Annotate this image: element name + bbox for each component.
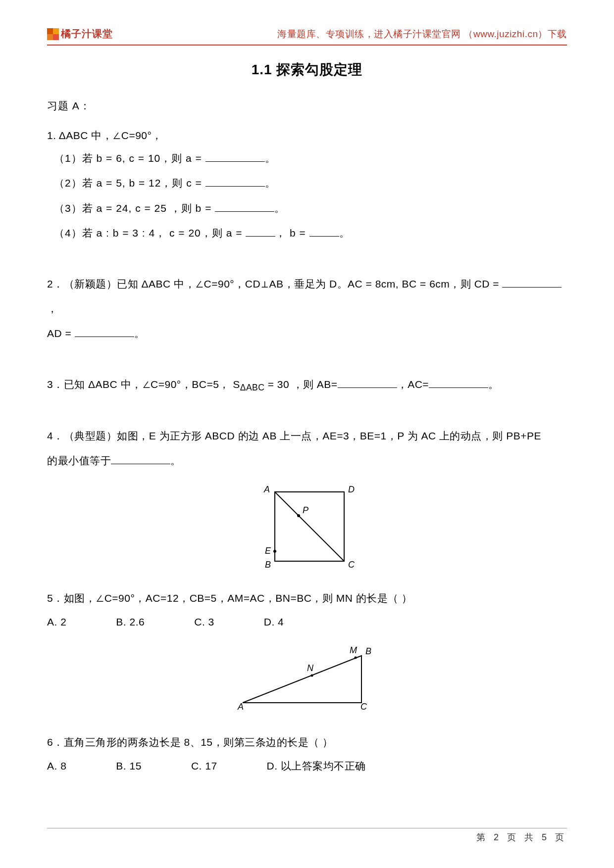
q5-optA: A. 2: [47, 612, 66, 632]
q2-line2-pre: AD =: [47, 328, 75, 339]
label-A: A: [237, 702, 244, 712]
figure-q4: A D E B C P: [47, 484, 567, 576]
page-title: 1.1 探索勾股定理: [47, 60, 567, 79]
q5-stem: 5．如图，∠C=90°，AC=12，CB=5，AM=AC，BN=BC，则 MN …: [47, 588, 567, 609]
q6-optA: A. 8: [47, 756, 66, 776]
q3-mid1: = 30 ，则 AB=: [264, 379, 337, 390]
q1-stem: 1. ΔABC 中，∠C=90°，: [47, 125, 567, 146]
blank: [338, 378, 397, 388]
q2-pre: 2．（新颖题）已知 ΔABC 中，∠C=90°，CD⊥AB，垂足为 D。AC =…: [47, 278, 502, 289]
blank: [429, 378, 488, 388]
q1-part1: （1）若 b = 6, c = 10，则 a = 。: [54, 146, 567, 171]
q6-optD: D. 以上答案均不正确: [267, 756, 366, 776]
q4-line2-pre: 的最小值等于: [47, 455, 111, 466]
q1-p3-pre: （3）若 a = 24, c = 25 ，则 b =: [54, 202, 215, 214]
q5-optB: B. 2.6: [116, 612, 145, 632]
question-6: 6．直角三角形的两条边长是 8、15，则第三条边的长是（ ） A. 8 B. 1…: [47, 732, 567, 776]
blank: [215, 201, 274, 212]
page-number: 第 2 页 共 5 页: [476, 831, 567, 843]
q6-optC: C. 17: [191, 756, 217, 776]
brand: 橘子汁课堂: [47, 27, 113, 41]
question-1: 1. ΔABC 中，∠C=90°， （1）若 b = 6, c = 10，则 a…: [47, 125, 567, 246]
q1-p3-post: 。: [274, 202, 285, 214]
q5-optD: D. 4: [264, 612, 284, 632]
label-C: C: [348, 560, 355, 570]
svg-point-6: [355, 656, 357, 659]
q1-p2-pre: （2）若 a = 5, b = 12，则 c =: [54, 177, 205, 189]
q6-stem: 6．直角三角形的两条边长是 8、15，则第三条边的长是（ ）: [47, 732, 567, 753]
q1-p1-post: 。: [265, 152, 276, 164]
q1-p1-pre: （1）若 b = 6, c = 10，则 a =: [54, 152, 205, 164]
blank: [246, 226, 275, 237]
page: 橘子汁课堂 海量题库、专项训练，进入橘子汁课堂官网 （www.juzizhi.c…: [0, 0, 614, 868]
header-promo: 海量题库、专项训练，进入橘子汁课堂官网 （www.juzizhi.cn）下载: [277, 28, 567, 41]
figure-q4-svg: A D E B C P: [255, 484, 359, 574]
figure-q5-svg: A C B M N: [228, 643, 386, 713]
q6-options: A. 8 B. 15 C. 17 D. 以上答案均不正确: [47, 756, 567, 776]
figure-q5: A C B M N: [47, 643, 567, 715]
label-M: M: [350, 645, 357, 655]
section-label: 习题 A：: [47, 99, 567, 113]
label-N: N: [307, 663, 314, 673]
q1-p2-post: 。: [265, 177, 276, 189]
q5-optC: C. 3: [194, 612, 214, 632]
brand-name: 橘子汁课堂: [61, 27, 113, 41]
svg-point-2: [273, 550, 276, 553]
q2-line2-post: 。: [134, 328, 145, 339]
q1-part2: （2）若 a = 5, b = 12，则 c = 。: [54, 171, 567, 195]
brand-icon: [47, 28, 59, 40]
label-C: C: [360, 702, 367, 712]
q1-part3: （3）若 a = 24, c = 25 ，则 b = 。: [54, 196, 567, 221]
q4-line1: 4．（典型题）如图，E 为正方形 ABCD 的边 AB 上一点，AE=3，BE=…: [47, 430, 541, 441]
label-A: A: [263, 484, 270, 494]
label-E: E: [265, 546, 271, 556]
question-4: 4．（典型题）如图，E 为正方形 ABCD 的边 AB 上一点，AE=3，BE=…: [47, 424, 567, 474]
blank: [205, 176, 265, 187]
header: 橘子汁课堂 海量题库、专项训练，进入橘子汁课堂官网 （www.juzizhi.c…: [47, 27, 567, 46]
q1-p4-mid: ， b =: [275, 227, 309, 239]
svg-point-3: [297, 514, 300, 517]
svg-line-1: [275, 492, 344, 561]
q3-pre: 3．已知 ΔABC 中，∠C=90°，BC=5， S: [47, 379, 240, 390]
q3-sub: ΔABC: [240, 383, 265, 392]
q1-part4: （4）若 a : b = 3 : 4， c = 20，则 a = ， b = 。: [54, 221, 567, 245]
blank: [502, 277, 562, 288]
blank: [309, 226, 339, 237]
q4-line2-post: 。: [170, 455, 181, 466]
blank: [205, 151, 265, 162]
q3-post: 。: [488, 379, 499, 390]
label-B: B: [365, 646, 371, 656]
question-3: 3．已知 ΔABC 中，∠C=90°，BC=5， SΔABC = 30 ，则 A…: [47, 372, 567, 398]
blank: [75, 327, 134, 337]
svg-point-5: [311, 674, 313, 676]
q1-p4-post: 。: [339, 227, 350, 239]
label-D: D: [348, 484, 355, 494]
label-B: B: [265, 560, 271, 570]
question-5: 5．如图，∠C=90°，AC=12，CB=5，AM=AC，BN=BC，则 MN …: [47, 588, 567, 632]
question-2: 2．（新颖题）已知 ΔABC 中，∠C=90°，CD⊥AB，垂足为 D。AC =…: [47, 272, 567, 346]
q3-mid2: ，AC=: [397, 379, 429, 390]
q1-p4-pre: （4）若 a : b = 3 : 4， c = 20，则 a =: [54, 227, 246, 239]
q2-mid: ，: [47, 303, 58, 314]
label-P: P: [303, 505, 308, 515]
blank: [111, 454, 170, 464]
footer-rule: [47, 828, 567, 828]
q6-optB: B. 15: [116, 756, 142, 776]
svg-marker-4: [243, 656, 361, 703]
q5-options: A. 2 B. 2.6 C. 3 D. 4: [47, 612, 567, 632]
